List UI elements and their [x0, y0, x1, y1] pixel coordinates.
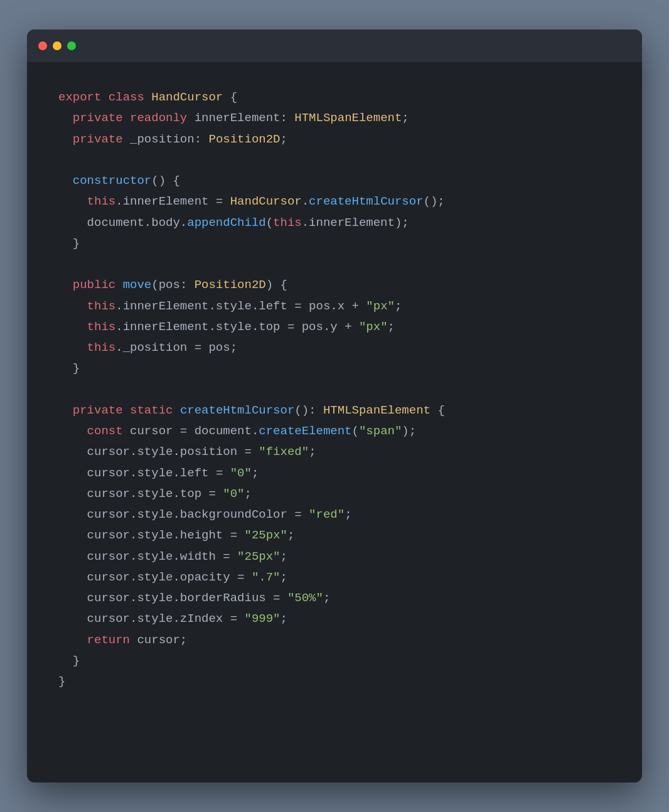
code-content: export class HandCursor { private readon… — [58, 87, 611, 692]
maximize-button[interactable] — [67, 41, 76, 50]
code-editor[interactable]: export class HandCursor { private readon… — [27, 62, 642, 783]
minimize-button[interactable] — [53, 41, 62, 50]
titlebar — [27, 29, 642, 62]
close-button[interactable] — [38, 41, 47, 50]
code-window: export class HandCursor { private readon… — [27, 29, 642, 783]
